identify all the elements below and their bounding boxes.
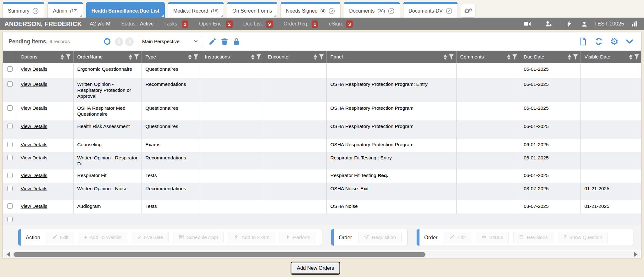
tab-needs-signed[interactable]: Needs Signed(4) [280,2,341,18]
horizontal-scrollbar[interactable] [4,251,640,258]
row-checkbox[interactable] [7,105,13,111]
view-details-link[interactable]: View Details [21,142,47,147]
comments-cell [456,120,520,139]
counter-badge[interactable]: 9 [266,20,273,28]
tab-settings-button[interactable]: ⚙⚙ [461,4,475,18]
new-document-icon[interactable] [577,37,589,46]
lock-icon[interactable] [230,37,242,46]
column-label: Due Date [524,54,567,60]
row-checkbox[interactable] [7,173,13,178]
person-icon[interactable] [579,21,590,27]
bar-chart-icon[interactable] [629,20,640,27]
evaluate-button[interactable]: ✔Evaluate [132,232,169,243]
view-details-link[interactable]: View Details [21,124,47,129]
open-new-window-icon[interactable] [328,8,335,14]
perform-button[interactable]: Perform [280,232,316,243]
tab-documents-dv[interactable]: Documents-DV [403,2,458,18]
sort-icon[interactable] [568,54,571,60]
scroll-right-arrow-icon[interactable] [634,252,637,257]
row-checkbox[interactable] [7,124,13,129]
sort-icon[interactable] [61,54,64,60]
row-checkbox[interactable] [7,81,13,87]
counter-badge[interactable]: 2 [226,20,233,28]
trash-icon[interactable] [219,37,230,46]
scroll-left-arrow-icon[interactable] [7,252,10,257]
sort-icon[interactable] [314,54,317,60]
row-checkbox[interactable] [7,186,13,191]
person-add-icon[interactable] [543,20,554,28]
tab-count: (38) [377,8,385,13]
sort-icon[interactable] [251,54,254,60]
gear-icon[interactable]: ⚙ [608,37,620,46]
edit-button[interactable]: Edit [47,232,74,243]
action-action-bar-0: ActionEdit+Add To Waitlist✔EvaluateSched… [18,229,322,246]
chevron-right-icon[interactable] [125,37,134,46]
row-checkbox[interactable] [7,155,13,160]
sort-icon[interactable] [507,54,510,60]
sort-icon[interactable] [444,54,447,60]
filter-funnel-icon[interactable] [134,54,139,59]
view-details-link[interactable]: View Details [21,203,47,209]
plus-icon: + [84,235,87,240]
add-new-orders-button[interactable]: Add New Orders [292,263,339,274]
filter-funnel-icon[interactable] [449,54,454,59]
revisions-button[interactable]: Revisions [513,232,553,243]
visible-date-cell: 01-21-2025 [580,200,641,213]
refresh-icon[interactable] [592,37,605,46]
add-to-waitlist-button[interactable]: +Add To Waitlist [79,232,127,243]
chevron-down-icon[interactable] [624,37,636,46]
order-action-bar-1: OrderRequisition [331,229,408,246]
edit-button[interactable]: Edit [444,232,471,243]
filter-funnel-icon[interactable] [319,54,324,59]
counter-label: Open Enc: [199,21,223,27]
view-details-link[interactable]: View Details [21,105,47,111]
undo-icon[interactable] [101,37,113,46]
add-to-exam-button[interactable]: Add to Exam [228,232,275,243]
scrollbar-thumb[interactable] [14,252,425,257]
show-question-button[interactable]: ?Show Question [558,232,608,243]
sort-icon[interactable] [629,54,632,60]
panel-cell: OSHA Noise [326,200,456,213]
status-button[interactable]: Status [476,232,509,243]
row-checkbox[interactable] [7,66,13,72]
filter-funnel-icon[interactable] [194,54,198,59]
tab-medical-record[interactable]: Medical Record(16) [168,2,224,18]
pencil-icon [449,234,455,241]
requisition-button[interactable]: Requisition [358,232,402,243]
row-checkbox[interactable] [7,217,13,222]
video-camera-icon[interactable] [522,20,533,28]
view-details-link[interactable]: View Details [21,81,47,87]
tab-summary[interactable]: Summary [3,2,44,18]
perspective-select[interactable]: Main Perspective [139,36,202,47]
counter-badge[interactable]: 1 [182,20,188,28]
filter-funnel-icon[interactable] [513,54,517,59]
sort-icon[interactable] [188,54,192,60]
tab-label: Admin [53,8,67,14]
bolt-icon[interactable] [564,20,575,27]
pencil-icon[interactable] [207,37,219,46]
view-details-link[interactable]: View Details [21,186,47,191]
tab-documents[interactable]: Documents(38) [344,2,400,18]
filter-funnel-icon[interactable] [635,54,639,59]
filter-funnel-icon[interactable] [257,54,261,59]
open-new-window-icon[interactable] [446,8,452,14]
open-new-window-icon[interactable] [388,8,395,14]
row-checkbox[interactable] [7,142,13,147]
row-checkbox[interactable] [7,203,13,209]
tab-on-screen-forms[interactable]: On Screen Forms [227,2,277,18]
sort-icon[interactable] [129,54,132,60]
button-label: Requisition [372,235,396,240]
view-details-link[interactable]: View Details [21,66,47,72]
open-new-window-icon[interactable] [32,8,39,14]
counter-badge[interactable]: 1 [312,20,318,28]
tab-health-surveillance-due-list[interactable]: Health Surveillance:Due List [86,2,165,18]
chevron-left-icon[interactable] [115,37,123,46]
tab-admin[interactable]: Admin(17) [47,2,83,18]
counter-open-enc-: Open Enc: 2 [199,20,233,28]
schedule-appt-button[interactable]: Schedule Appt [173,232,224,243]
view-details-link[interactable]: View Details [21,155,47,160]
view-details-link[interactable]: View Details [21,173,47,178]
filter-funnel-icon[interactable] [66,54,71,59]
counter-badge[interactable]: 3 [346,20,353,28]
filter-funnel-icon[interactable] [573,54,578,59]
